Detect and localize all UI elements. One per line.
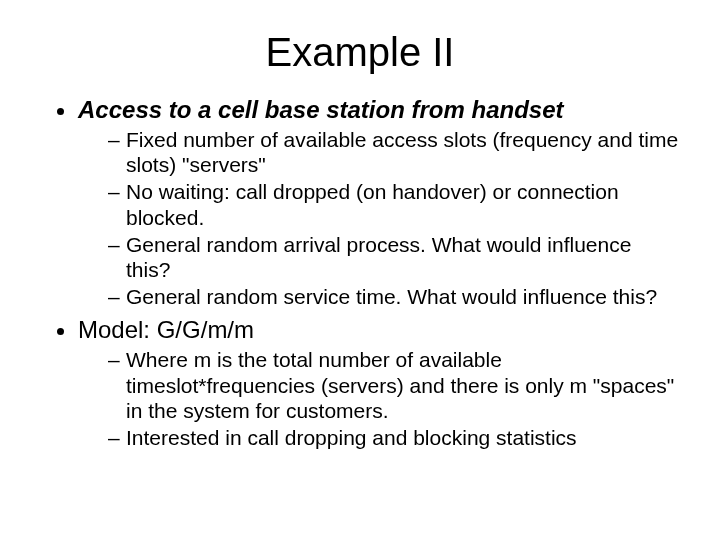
sub-list: Fixed number of available access slots (…	[78, 127, 680, 309]
sub-list-item: Interested in call dropping and blocking…	[108, 425, 680, 450]
bullet-list: Access to a cell base station from hands…	[40, 95, 680, 450]
list-item: Access to a cell base station from hands…	[78, 95, 680, 309]
list-item-text: Access to a cell base station from hands…	[78, 96, 564, 123]
sub-list-item: Where m is the total number of available…	[108, 347, 680, 423]
list-item: Model: G/G/m/m Where m is the total numb…	[78, 315, 680, 450]
slide-title: Example II	[40, 30, 680, 75]
sub-list-item: No waiting: call dropped (on handover) o…	[108, 179, 680, 229]
slide: Example II Access to a cell base station…	[0, 0, 720, 540]
list-item-text: Model: G/G/m/m	[78, 316, 254, 343]
sub-list-item: Fixed number of available access slots (…	[108, 127, 680, 177]
sub-list-item: General random service time. What would …	[108, 284, 680, 309]
sub-list-item: General random arrival process. What wou…	[108, 232, 680, 282]
sub-list: Where m is the total number of available…	[78, 347, 680, 450]
